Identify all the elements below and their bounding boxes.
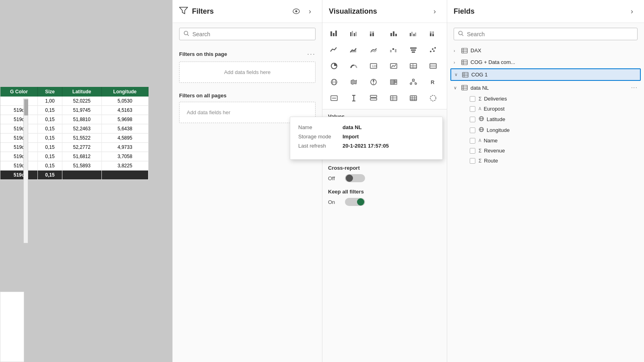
viz-text-filter-icon[interactable] xyxy=(326,90,343,106)
viz-error-bar-icon[interactable] xyxy=(345,90,362,106)
viz-map-icon[interactable] xyxy=(326,74,343,90)
viz-line-chart-icon[interactable] xyxy=(326,42,343,58)
cross-report-label: Cross-report xyxy=(328,165,441,171)
field-item-revenue[interactable]: Σ Revenue xyxy=(466,146,641,156)
viz-matrix2-icon[interactable] xyxy=(405,90,422,106)
filters-eye-button[interactable] xyxy=(291,6,302,17)
svg-rect-23 xyxy=(430,31,431,33)
filters-search-input[interactable] xyxy=(192,31,311,37)
viz-kpi-icon[interactable] xyxy=(385,58,402,74)
viz-card-icon[interactable]: 123 xyxy=(365,58,382,74)
cross-report-toggle-row: Off xyxy=(328,174,441,182)
viz-custom-icon[interactable] xyxy=(425,90,442,106)
field-item-route[interactable]: Σ Route xyxy=(466,156,641,166)
filters-this-page-more-button[interactable]: ··· xyxy=(307,50,316,58)
filters-this-page-section: Filters on this page ··· Add data fields… xyxy=(173,45,322,88)
svg-rect-21 xyxy=(415,33,416,36)
svg-point-35 xyxy=(434,47,436,49)
field-group-datanl: ∨ data NL ··· Σ Deliveries A Europost xyxy=(450,82,641,166)
field-checkbox-longitude[interactable] xyxy=(470,128,475,133)
viz-scatter-icon[interactable] xyxy=(425,42,442,58)
visualizations-icons-grid: 123 R xyxy=(322,23,447,109)
field-sum-icon-route: Σ xyxy=(479,158,481,164)
filters-collapse-button[interactable]: › xyxy=(304,6,316,17)
viz-clustered-bar-icon[interactable] xyxy=(345,26,362,41)
field-checkbox-name[interactable] xyxy=(470,138,475,144)
svg-line-3 xyxy=(188,35,189,36)
viz-funnel-icon[interactable] xyxy=(405,42,422,58)
field-group-datanl-header[interactable]: ∨ data NL ··· xyxy=(450,82,641,94)
table-row-last: 519c 0,15 xyxy=(0,171,149,180)
svg-rect-14 xyxy=(372,31,374,33)
svg-rect-89 xyxy=(462,72,468,77)
fields-search-input[interactable] xyxy=(467,31,633,37)
viz-100-stacked-bar-icon[interactable] xyxy=(365,26,382,41)
viz-treemap-icon[interactable] xyxy=(385,74,402,90)
filters-search-box[interactable] xyxy=(179,28,316,40)
filters-this-page-header: Filters on this page ··· xyxy=(179,45,316,62)
table-row: 519c 0,15 51,8810 5,9698 xyxy=(0,115,149,124)
field-item-name[interactable]: A Name xyxy=(466,136,641,146)
field-group-datanl-more[interactable]: ··· xyxy=(631,84,638,91)
viz-table-icon[interactable] xyxy=(425,58,442,74)
field-name-revenue: Revenue xyxy=(484,148,505,154)
tooltip-name-value: data NL xyxy=(343,124,362,130)
field-item-longitude[interactable]: Longitude xyxy=(466,125,641,136)
tooltip-refresh-value: 20-1-2021 17:57:05 xyxy=(343,143,389,149)
field-geo-icon-latitude xyxy=(479,116,484,123)
viz-filled-map-icon[interactable] xyxy=(345,74,362,90)
viz-r-icon[interactable]: R xyxy=(425,74,442,90)
viz-matrix-icon[interactable] xyxy=(405,58,422,74)
field-checkbox-deliveries[interactable] xyxy=(470,96,475,102)
svg-line-80 xyxy=(462,35,464,36)
viz-table2-icon[interactable] xyxy=(385,90,402,106)
viz-ribbon-chart-icon[interactable] xyxy=(365,42,382,58)
field-checkbox-revenue[interactable] xyxy=(470,148,475,154)
svg-rect-31 xyxy=(411,49,416,51)
field-item-latitude[interactable]: Latitude xyxy=(466,114,641,125)
fields-expand-button[interactable]: › xyxy=(626,6,638,17)
viz-multi-row-card-icon[interactable] xyxy=(365,90,382,106)
field-checkbox-europost[interactable] xyxy=(470,106,475,112)
viz-pie-icon[interactable] xyxy=(326,58,343,74)
svg-rect-17 xyxy=(395,34,397,36)
viz-azure-map-icon[interactable] xyxy=(365,74,382,90)
viz-100-column-icon[interactable] xyxy=(425,26,442,41)
viz-column-chart-icon[interactable] xyxy=(385,26,402,41)
viz-gauge-icon[interactable] xyxy=(345,58,362,74)
viz-area-chart-icon[interactable] xyxy=(345,42,362,58)
visualizations-collapse-button[interactable]: › xyxy=(429,6,440,17)
scroll-bar[interactable] xyxy=(23,99,28,243)
tooltip-storage-row: Storage mode Import xyxy=(298,134,434,140)
field-name-name: Name xyxy=(484,138,498,144)
keep-filters-toggle[interactable] xyxy=(345,198,365,206)
filters-this-page-add[interactable]: Add data fields here xyxy=(179,62,316,83)
field-group-cog1-header[interactable]: ∨ COG 1 xyxy=(450,68,641,81)
svg-point-33 xyxy=(430,51,431,52)
svg-rect-18 xyxy=(410,33,411,36)
svg-point-57 xyxy=(410,83,412,84)
scroll-thumb[interactable] xyxy=(24,99,28,115)
field-group-cog-data-header[interactable]: › COG + Data com... xyxy=(450,57,641,68)
col-latitude: Latitude xyxy=(62,87,101,97)
viz-clustered-column-icon[interactable] xyxy=(405,26,422,41)
table-icon-cog1 xyxy=(462,72,469,78)
viz-decomp-icon[interactable] xyxy=(405,74,422,90)
viz-waterfall-icon[interactable] xyxy=(385,42,402,58)
viz-stacked-bar-icon[interactable] xyxy=(326,26,343,41)
table-row: 519c 0,15 52,2463 5,6438 xyxy=(0,124,149,134)
field-item-deliveries[interactable]: Σ Deliveries xyxy=(466,94,641,104)
svg-rect-45 xyxy=(430,64,436,68)
keep-filters-toggle-row: On xyxy=(328,198,441,206)
keep-filters-on-label: On xyxy=(328,199,340,205)
filters-title: Filters xyxy=(192,7,291,16)
field-item-europost[interactable]: A Europost xyxy=(466,104,641,114)
filters-this-page-title: Filters on this page xyxy=(179,51,227,57)
fields-search-box[interactable] xyxy=(454,28,638,40)
visualizations-header: Visualizations › xyxy=(322,0,447,23)
field-checkbox-latitude[interactable] xyxy=(470,117,475,122)
svg-rect-69 xyxy=(390,96,397,101)
cross-report-toggle[interactable] xyxy=(345,174,365,182)
field-checkbox-route[interactable] xyxy=(470,158,475,164)
field-group-dax-header[interactable]: › DAX xyxy=(450,45,641,56)
